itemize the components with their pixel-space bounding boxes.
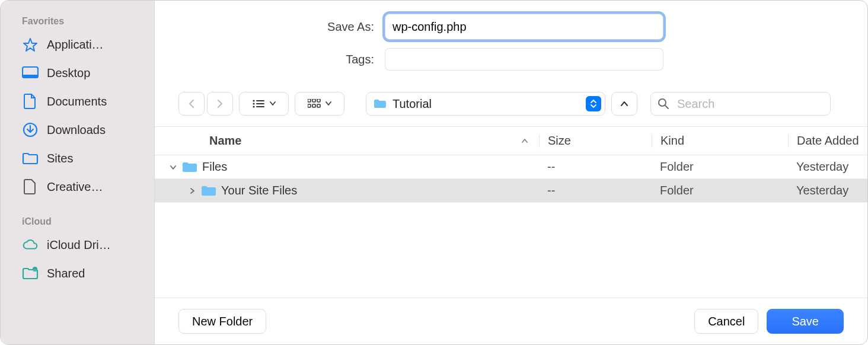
folder-icon [201,185,216,197]
file-kind: Folder [652,160,788,174]
folder-icon [182,161,197,173]
toolbar: Tutorial [155,87,867,126]
sidebar-item[interactable]: ⋯Shared [1,259,154,288]
save-as-label: Save As: [178,20,385,34]
group-button[interactable] [295,92,344,116]
sidebar-section-header: Favorites [1,11,154,30]
svg-text:⋯: ⋯ [33,268,37,271]
location-label: Tutorial [392,97,580,111]
sidebar-section-header: iCloud [1,212,154,231]
column-size-label: Size [548,134,571,148]
svg-rect-6 [256,100,264,101]
file-size: -- [539,184,652,197]
svg-rect-15 [312,104,315,107]
cancel-button[interactable]: Cancel [694,309,758,334]
sidebar: FavoritesApplicati…DesktopDocumentsDownl… [1,1,155,344]
save-button[interactable]: Save [767,309,844,334]
svg-point-17 [659,99,666,106]
chevron-right-icon [216,99,224,108]
sort-chevron-icon [521,138,528,144]
downloads-icon [22,122,39,138]
back-button[interactable] [178,92,205,116]
svg-rect-10 [256,106,264,107]
sidebar-item[interactable]: Downloads [1,116,154,144]
tags-label: Tags: [178,53,385,66]
file-kind: Folder [652,184,788,197]
grid-icon [308,99,321,108]
sidebar-item-label: iCloud Dri… [47,238,111,252]
view-list-button[interactable] [239,92,289,116]
search-icon [658,98,669,110]
disclosure-closed-icon[interactable] [188,188,196,194]
sidebar-item[interactable]: Applicati… [1,30,154,59]
disclosure-open-icon[interactable] [169,164,177,170]
file-name: Your Site Files [221,184,297,197]
save-as-input[interactable] [385,14,663,40]
svg-rect-11 [308,99,311,102]
chevron-left-icon [188,99,195,108]
column-kind-label: Kind [660,134,684,148]
svg-line-18 [665,106,668,108]
sidebar-item-label: Creative… [47,180,103,194]
svg-rect-16 [317,104,320,107]
forward-button[interactable] [207,92,233,116]
dialog-footer: New Folder Cancel Save [155,298,867,344]
file-name: Files [202,160,227,174]
sidebar-item-label: Shared [47,267,85,280]
column-name[interactable]: Name [209,134,539,148]
sidebar-item[interactable]: Creative… [1,172,154,201]
collapse-button[interactable] [611,92,637,116]
sidebar-item-label: Desktop [47,66,90,80]
svg-point-9 [253,106,254,107]
svg-rect-8 [256,103,264,104]
search-input[interactable] [650,92,831,116]
location-popup[interactable]: Tutorial [366,92,605,116]
file-size: -- [539,160,652,174]
sidebar-item-label: Downloads [47,123,106,137]
file-date: Yesterday [788,160,867,174]
save-form: Save As: Tags: [155,1,867,87]
svg-rect-13 [317,99,320,102]
sidebar-item[interactable]: iCloud Dri… [1,231,154,259]
cloud-icon [22,237,39,253]
save-dialog: FavoritesApplicati…DesktopDocumentsDownl… [0,0,868,345]
column-header-row: Name Size Kind Date Added [155,126,867,155]
svg-point-5 [253,100,254,101]
svg-rect-1 [23,75,38,78]
svg-point-7 [253,103,254,104]
file-date: Yesterday [788,184,867,197]
file-icon [22,178,39,195]
documents-icon [22,93,39,110]
sidebar-item-label: Documents [47,95,107,108]
sidebar-item-label: Applicati… [47,38,104,52]
sidebar-item[interactable]: Sites [1,144,154,172]
svg-rect-12 [312,99,315,102]
folder-icon [22,150,39,167]
applications-icon [22,36,39,53]
sidebar-item[interactable]: Desktop [1,59,154,87]
sidebar-item[interactable]: Documents [1,87,154,116]
file-list: Files--FolderYesterdayYour Site Files--F… [155,155,867,298]
column-kind[interactable]: Kind [652,134,788,148]
tags-input[interactable] [385,48,663,71]
sidebar-item-label: Sites [47,152,73,165]
chevron-down-icon [326,101,331,106]
folder-icon [374,98,387,109]
chevron-up-icon [620,101,628,107]
file-row[interactable]: Files--FolderYesterday [155,155,867,179]
shared-folder-icon: ⋯ [22,265,39,282]
svg-rect-14 [308,104,311,107]
list-icon [252,99,265,108]
column-size[interactable]: Size [539,134,652,148]
column-date[interactable]: Date Added [788,134,867,148]
desktop-icon [22,65,39,81]
column-name-label: Name [209,134,241,148]
file-row[interactable]: Your Site Files--FolderYesterday [155,179,867,203]
up-down-icon [586,96,601,111]
column-date-label: Date Added [797,134,859,148]
main-panel: Save As: Tags: [155,1,867,344]
chevron-down-icon [270,101,276,106]
new-folder-button[interactable]: New Folder [178,309,266,334]
